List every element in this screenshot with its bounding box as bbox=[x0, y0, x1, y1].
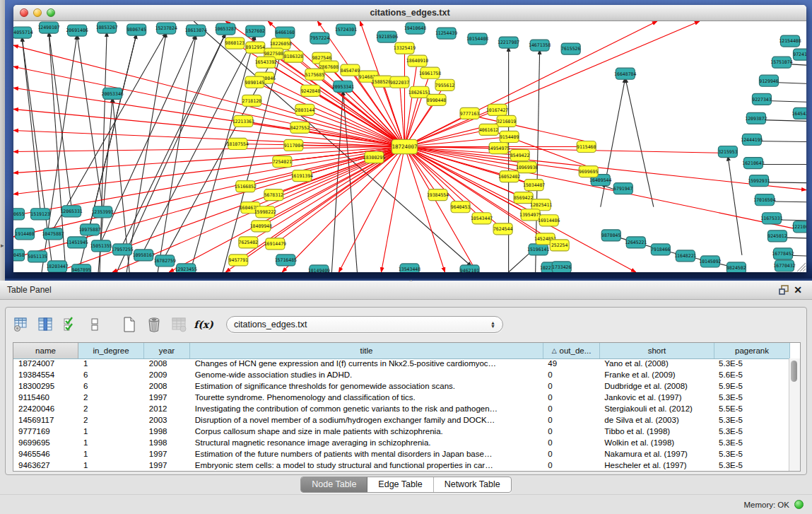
table-cell[interactable]: 1 bbox=[78, 438, 144, 449]
table-cell[interactable]: 2008 bbox=[144, 381, 190, 392]
table-cell[interactable]: 18724007 bbox=[13, 358, 78, 370]
splitter-collapse-icon[interactable]: ▸ bbox=[1, 242, 4, 249]
column-header-short[interactable]: short bbox=[600, 343, 714, 358]
table-cell[interactable]: 9465546 bbox=[13, 449, 78, 460]
table-cell[interactable]: Tourette syndrome. Phenomenology and cla… bbox=[190, 392, 543, 404]
table-cell[interactable]: 2 bbox=[78, 404, 144, 415]
close-panel-button[interactable]: ✕ bbox=[791, 284, 805, 296]
column-header-year[interactable]: year bbox=[144, 343, 190, 358]
table-cell[interactable]: 5.3E-5 bbox=[714, 438, 789, 449]
create-table-button[interactable] bbox=[122, 317, 137, 332]
table-cell[interactable]: 2008 bbox=[144, 358, 190, 370]
network-window[interactable]: citations_edges.txt 14055714124901072069… bbox=[13, 5, 806, 272]
tab-network-table[interactable]: Network Table bbox=[434, 477, 511, 492]
table-cell[interactable]: Disruption of a novel member of a sodium… bbox=[190, 415, 543, 426]
table-cell[interactable]: 1 bbox=[78, 460, 144, 471]
function-builder-button[interactable]: f(x) bbox=[196, 317, 211, 332]
table-cell[interactable]: Estimation of the future numbers of pati… bbox=[190, 449, 543, 460]
graph-svg[interactable]: 1405571412490107206914061085326798067451… bbox=[13, 21, 806, 272]
table-cell[interactable]: 5.5E-5 bbox=[714, 404, 789, 415]
table-cell[interactable]: 22420046 bbox=[13, 404, 78, 415]
table-cell[interactable]: 9115460 bbox=[13, 392, 78, 404]
table-cell[interactable]: 1 bbox=[78, 449, 144, 460]
table-cell[interactable]: Genome-wide association studies in ADHD. bbox=[190, 370, 543, 381]
citation-edge-black[interactable] bbox=[22, 37, 40, 210]
table-cell[interactable]: Estimation of significance thresholds fo… bbox=[190, 381, 543, 392]
left-splitter[interactable]: ▸ bbox=[0, 0, 5, 281]
table-cell[interactable]: de Silva et al. (2003) bbox=[599, 415, 714, 426]
table-cell[interactable]: 5.6E-5 bbox=[714, 370, 789, 381]
citation-edge-black[interactable] bbox=[49, 32, 71, 207]
table-cell[interactable]: 5.3E-5 bbox=[714, 358, 789, 370]
table-cell[interactable]: 2 bbox=[78, 392, 144, 404]
table-cell[interactable]: 0 bbox=[543, 370, 599, 381]
table-cell[interactable]: 0 bbox=[543, 438, 599, 449]
table-cell[interactable]: 14569117 bbox=[13, 415, 78, 426]
table-cell[interactable]: 0 bbox=[543, 404, 599, 415]
citation-edge-red[interactable] bbox=[282, 147, 404, 273]
table-cell[interactable]: 9463627 bbox=[13, 460, 78, 471]
unselect-rows-button[interactable] bbox=[87, 317, 102, 332]
table-cell[interactable]: 1997 bbox=[144, 460, 190, 471]
table-cell[interactable]: 6 bbox=[78, 381, 144, 392]
table-row[interactable]: 2242004622012Investigating the contribut… bbox=[13, 404, 789, 415]
citation-edge-black[interactable] bbox=[728, 156, 742, 255]
tab-node-table[interactable]: Node Table bbox=[301, 477, 367, 492]
table-scrollbar[interactable] bbox=[789, 358, 800, 471]
table-cell[interactable]: Stergiakouli et al. (2012) bbox=[599, 404, 714, 415]
table-cell[interactable]: 49 bbox=[543, 358, 599, 370]
table-cell[interactable]: 6 bbox=[78, 370, 144, 381]
table-cell[interactable]: 2012 bbox=[144, 404, 190, 415]
float-panel-button[interactable] bbox=[777, 284, 791, 296]
table-row[interactable]: 1938455462009Genome-wide association stu… bbox=[13, 370, 789, 381]
citation-edge-red[interactable] bbox=[381, 147, 404, 273]
table-cell[interactable]: 0 bbox=[543, 449, 599, 460]
table-row[interactable]: 969969511998Structural magnetic resonanc… bbox=[13, 438, 789, 449]
table-cell[interactable]: 9699695 bbox=[13, 438, 78, 449]
table-cell[interactable]: 19384554 bbox=[13, 370, 78, 381]
table-cell[interactable]: Structural magnetic resonance image aver… bbox=[190, 438, 543, 449]
citation-edge-red[interactable] bbox=[404, 61, 417, 146]
table-cell[interactable]: 0 bbox=[543, 392, 599, 404]
table-cell[interactable]: Hescheler et al. (1997) bbox=[599, 460, 714, 471]
table-row[interactable]: 911546021997Tourette syndrome. Phenomeno… bbox=[13, 392, 789, 404]
table-cell[interactable]: 2003 bbox=[144, 415, 190, 426]
table-cell[interactable]: 0 bbox=[543, 381, 599, 392]
table-cell[interactable]: Franke et al. (2009) bbox=[599, 370, 714, 381]
citation-edge-red[interactable] bbox=[13, 130, 404, 146]
column-header-out-de-[interactable]: △out_de... bbox=[543, 343, 600, 358]
table-row[interactable]: 946554611997Estimation of the future num… bbox=[13, 449, 789, 460]
table-cell[interactable]: 5.3E-5 bbox=[714, 460, 789, 471]
citation-edge-red[interactable] bbox=[399, 82, 404, 146]
table-cell[interactable]: Nakamura et al. (1997) bbox=[599, 449, 714, 460]
table-cell[interactable]: Embryonic stem cells: a model to study s… bbox=[190, 460, 543, 471]
table-cell[interactable]: 1 bbox=[78, 358, 144, 370]
table-cell[interactable]: 5.9E-5 bbox=[714, 381, 789, 392]
citation-edge-red[interactable] bbox=[13, 88, 404, 146]
table-cell[interactable]: 1 bbox=[78, 426, 144, 438]
table-cell[interactable]: Tibbo et al. (1998) bbox=[599, 426, 714, 438]
citation-edge-red[interactable] bbox=[305, 110, 404, 146]
citation-edge-black[interactable] bbox=[101, 35, 196, 242]
table-cell[interactable]: Yano et al. (2008) bbox=[599, 358, 714, 370]
table-cell[interactable]: 18300295 bbox=[13, 381, 78, 392]
citation-edge-red[interactable] bbox=[404, 92, 419, 146]
delete-table-button[interactable] bbox=[146, 317, 162, 332]
column-header-title[interactable]: title bbox=[190, 343, 543, 358]
table-row[interactable]: 977716911998Corpus callosum shape and si… bbox=[13, 426, 789, 438]
table-cell[interactable]: 0 bbox=[543, 426, 599, 438]
show-columns-button[interactable] bbox=[37, 317, 53, 332]
table-cell[interactable]: Changes of HCN gene expression and I(f) … bbox=[190, 358, 543, 370]
citation-edge-red[interactable] bbox=[13, 66, 404, 146]
table-cell[interactable]: 0 bbox=[543, 415, 599, 426]
column-header-name[interactable]: name bbox=[13, 343, 78, 358]
citation-edge-black[interactable] bbox=[122, 33, 225, 245]
table-cell[interactable]: 5.3E-5 bbox=[714, 449, 789, 460]
table-row[interactable]: 1830029562008Estimation of significance … bbox=[13, 381, 789, 392]
table-panel-header[interactable]: ⌃ Table Panel ✕ bbox=[0, 281, 812, 300]
citation-edge-black[interactable] bbox=[117, 33, 225, 272]
citation-edge-red[interactable] bbox=[302, 147, 404, 176]
splitter-grip-icon[interactable]: ⌃ bbox=[406, 281, 416, 285]
citation-edge-black[interactable] bbox=[90, 34, 136, 226]
table-cell[interactable]: 5.3E-5 bbox=[714, 392, 789, 404]
